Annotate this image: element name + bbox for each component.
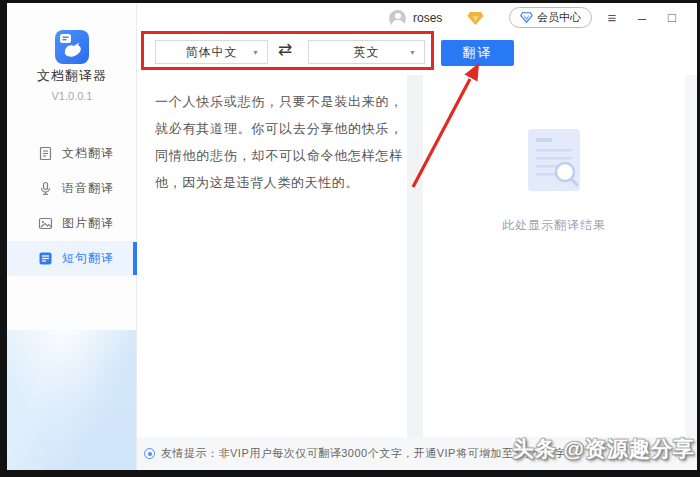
username: roses [413, 11, 442, 25]
app-window: 文档翻译器 V1.0.0.1 文档翻译 语音翻译 图片翻译 [7, 3, 697, 470]
source-language-value: 简体中文 [186, 44, 238, 61]
sentence-icon [37, 251, 53, 267]
source-text[interactable]: 一个人快乐或悲伤，只要不是装出来的，就必有其道理。你可以去分享他的快乐，同情他的… [155, 88, 403, 196]
app-version: V1.0.0.1 [7, 90, 137, 102]
info-icon [144, 448, 155, 459]
image-icon [37, 216, 53, 232]
sidebar-item-label: 文档翻译 [62, 145, 114, 162]
source-text-panel[interactable]: 一个人快乐或悲伤，只要不是装出来的，就必有其道理。你可以去分享他的快乐，同情他的… [138, 75, 407, 437]
panel-divider [407, 75, 423, 437]
sidebar-item-sentence-translate[interactable]: 短句翻译 [7, 241, 137, 276]
vip-diamond-icon[interactable] [467, 11, 484, 26]
sidebar-item-voice-translate[interactable]: 语音翻译 [7, 171, 137, 206]
sidebar: 文档翻译器 V1.0.0.1 文档翻译 语音翻译 图片翻译 [7, 3, 137, 470]
chevron-down-icon: ▼ [409, 49, 416, 56]
member-center-button[interactable]: 会员中心 [509, 7, 592, 28]
footer-tip-text: 友情提示：非VIP用户每次仅可翻译3000个文字，开通VIP将可增加至3万个文字 [161, 446, 566, 461]
right-margin [685, 75, 697, 470]
user-avatar[interactable] [389, 10, 406, 27]
member-diamond-icon [520, 12, 533, 23]
window-maximize-icon[interactable]: □ [661, 7, 683, 29]
target-language-dropdown[interactable]: 英文 ▼ [308, 40, 425, 64]
target-language-value: 英文 [354, 44, 380, 61]
sidebar-item-label: 短句翻译 [62, 250, 114, 267]
microphone-icon [37, 181, 53, 197]
empty-result-text: 此处显示翻译结果 [502, 217, 606, 234]
document-icon [37, 146, 53, 162]
app-logo-icon [55, 30, 89, 64]
sidebar-item-image-translate[interactable]: 图片翻译 [7, 206, 137, 241]
sidebar-menu: 文档翻译 语音翻译 图片翻译 短句翻译 [7, 136, 137, 276]
swap-languages-icon[interactable]: ⇄ [278, 39, 292, 60]
window-minimize-icon[interactable]: – [631, 7, 653, 29]
app-name: 文档翻译器 [7, 67, 137, 85]
titlebar: roses 会员中心 ≡ – □ × [137, 3, 697, 33]
window-menu-icon[interactable]: ≡ [601, 7, 623, 29]
sidebar-decoration [7, 330, 136, 470]
sidebar-item-label: 图片翻译 [62, 215, 114, 232]
sidebar-item-label: 语音翻译 [62, 180, 114, 197]
sidebar-item-document-translate[interactable]: 文档翻译 [7, 136, 137, 171]
member-center-label: 会员中心 [537, 10, 581, 25]
result-panel: 此处显示翻译结果 [423, 75, 685, 437]
chevron-down-icon: ▼ [252, 49, 259, 56]
watermark-text: 头条 @资源趣分享 [513, 435, 695, 463]
window-close-icon[interactable]: × [691, 7, 697, 29]
empty-result-document-icon [524, 127, 584, 197]
source-language-dropdown[interactable]: 简体中文 ▼ [155, 40, 268, 64]
translate-button[interactable]: 翻译 [441, 40, 514, 66]
